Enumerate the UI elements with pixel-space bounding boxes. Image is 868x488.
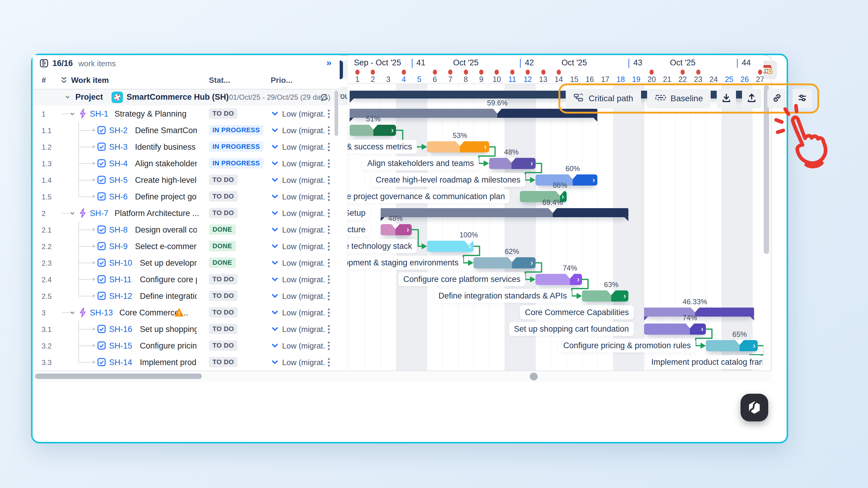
issue-key[interactable]: SH-13 xyxy=(90,308,113,318)
table-row-sh-2[interactable]: 1.1SH-2Define SmartCom...IN PROGRESSLow … xyxy=(33,122,340,139)
column-header-priority[interactable]: Prio... xyxy=(271,76,292,85)
row-menu-icon[interactable] xyxy=(327,142,331,153)
issue-key[interactable]: SH-7 xyxy=(90,209,108,218)
priority-chevron-icon[interactable] xyxy=(271,275,279,285)
issue-key[interactable]: SH-15 xyxy=(109,341,132,351)
row-menu-icon[interactable] xyxy=(327,241,331,253)
collapse-panel-icon[interactable]: » xyxy=(327,58,332,68)
table-row-sh-6[interactable]: 1.5SH-6Define project gov...TO DOLow (mi… xyxy=(33,188,340,205)
issue-key[interactable]: SH-4 xyxy=(109,159,128,168)
row-menu-icon[interactable] xyxy=(327,341,331,352)
row-menu-icon[interactable] xyxy=(327,225,331,236)
gantt-bar-sh-7[interactable] xyxy=(381,208,628,217)
share-link-button[interactable] xyxy=(767,89,786,108)
project-collapse-icon[interactable] xyxy=(64,93,71,102)
gantt-bar-sh-16[interactable]: › xyxy=(644,324,706,335)
issue-key[interactable]: SH-10 xyxy=(109,258,132,268)
row-menu-icon[interactable] xyxy=(327,274,331,286)
import-button[interactable] xyxy=(742,89,761,108)
row-collapse-icon[interactable] xyxy=(69,210,76,218)
issue-key[interactable]: SH-11 xyxy=(109,275,132,284)
row-menu-icon[interactable] xyxy=(327,109,331,120)
table-row-sh-15[interactable]: 3.2SH-15Configure pricing ...TO DOLow (m… xyxy=(33,337,340,354)
priority-chevron-icon[interactable] xyxy=(271,209,279,218)
row-menu-icon[interactable] xyxy=(327,258,331,269)
priority-chevron-icon[interactable] xyxy=(271,242,279,252)
table-row-sh-7[interactable]: 2SH-7Platform Architecture ...TO DOLow (… xyxy=(33,205,340,222)
priority-chevron-icon[interactable] xyxy=(271,258,279,268)
row-menu-icon[interactable] xyxy=(327,324,331,335)
priority-chevron-icon[interactable] xyxy=(271,142,279,152)
table-row-sh-12[interactable]: 2.5SH-12Define integration ...TO DOLow (… xyxy=(33,288,340,304)
row-collapse-icon[interactable] xyxy=(69,309,76,318)
priority-chevron-icon[interactable] xyxy=(271,292,279,301)
issue-key[interactable]: SH-3 xyxy=(109,142,128,152)
gantt-bar-sh-15[interactable]: › xyxy=(706,340,758,351)
bar-drag-handle[interactable]: › xyxy=(407,225,409,234)
table-row-sh-11[interactable]: 2.4SH-11Configure core pla...TO DOLow (m… xyxy=(33,271,340,288)
table-row-sh-16[interactable]: 3.1SH-16Set up shopping c...TO DOLow (mi… xyxy=(33,321,340,338)
priority-chevron-icon[interactable] xyxy=(271,192,279,202)
issue-key[interactable]: SH-8 xyxy=(109,225,128,235)
row-menu-icon[interactable] xyxy=(327,175,331,187)
bar-drag-handle[interactable]: › xyxy=(484,142,487,152)
column-header-workitem[interactable]: Work item xyxy=(71,76,109,85)
issue-key[interactable]: SH-12 xyxy=(109,292,132,301)
issue-key[interactable]: SH-16 xyxy=(109,325,132,334)
table-row-sh-9[interactable]: 2.2SH-9Select e-commerc...DONELow (migra… xyxy=(33,238,340,255)
column-header-status[interactable]: Stat... xyxy=(209,76,230,85)
table-row-sh-4[interactable]: 1.3SH-4Align stakeholders ...IN PROGRESS… xyxy=(33,155,340,172)
priority-chevron-icon[interactable] xyxy=(271,109,279,119)
priority-chevron-icon[interactable] xyxy=(271,341,279,351)
issue-key[interactable]: SH-5 xyxy=(109,175,128,185)
table-row-sh-13[interactable]: 3SH-13Core Commerce ...TO DOLow (migrat.… xyxy=(33,304,340,321)
row-collapse-icon[interactable] xyxy=(69,110,76,119)
issue-key[interactable]: SH-9 xyxy=(109,242,128,251)
row-menu-icon[interactable] xyxy=(327,125,331,137)
project-sync-icon[interactable] xyxy=(319,93,329,103)
table-row-sh-10[interactable]: 2.3SH-10Set up developme...DONELow (migr… xyxy=(33,255,340,271)
gantt-bar-sh-12[interactable]: › xyxy=(582,290,628,301)
row-menu-icon[interactable] xyxy=(327,291,331,302)
priority-chevron-icon[interactable] xyxy=(271,225,279,235)
bar-drag-handle[interactable]: › xyxy=(530,258,533,267)
issue-key[interactable]: SH-14 xyxy=(109,358,132,367)
assistant-button[interactable] xyxy=(741,394,768,421)
display-settings-button[interactable] xyxy=(793,89,812,108)
row-menu-icon[interactable] xyxy=(327,158,331,170)
bar-drag-handle[interactable]: › xyxy=(624,291,626,301)
gantt-bar-sh-11[interactable]: › xyxy=(535,274,582,285)
priority-chevron-icon[interactable] xyxy=(271,325,279,334)
export-button[interactable] xyxy=(717,89,736,108)
priority-chevron-icon[interactable] xyxy=(271,126,279,135)
table-row-sh-5[interactable]: 1.4SH-5Create high-level r...TO DOLow (m… xyxy=(33,172,340,189)
table-vertical-scrollbar[interactable] xyxy=(335,91,338,136)
table-horizontal-scrollbar[interactable] xyxy=(35,373,202,379)
row-menu-icon[interactable] xyxy=(327,192,331,203)
critical-path-button[interactable]: Critical path xyxy=(566,89,641,108)
table-row-sh-8[interactable]: 2.1SH-8Design overall com...DONELow (mig… xyxy=(33,221,340,238)
table-row-sh-14[interactable]: 3.3SH-14Implement produc...TO DOLow (mig… xyxy=(33,354,340,371)
priority-chevron-icon[interactable] xyxy=(271,308,279,318)
column-header-num[interactable]: # xyxy=(41,76,46,85)
issue-key[interactable]: SH-2 xyxy=(109,126,128,135)
table-row-sh-1[interactable]: 1SH-1Strategy & PlanningTO DOLow (migrat… xyxy=(33,105,340,122)
bar-drag-handle[interactable]: › xyxy=(530,159,533,168)
row-menu-icon[interactable] xyxy=(327,208,331,220)
gantt-bar-sh-10[interactable]: › xyxy=(473,257,535,268)
issue-key[interactable]: SH-6 xyxy=(109,192,128,201)
chart-horizontal-scrollbar[interactable] xyxy=(530,372,538,381)
row-menu-icon[interactable] xyxy=(327,307,331,319)
priority-chevron-icon[interactable] xyxy=(271,159,279,169)
bar-drag-handle[interactable]: › xyxy=(753,341,755,350)
row-menu-icon[interactable] xyxy=(327,357,331,369)
issue-key[interactable]: SH-1 xyxy=(90,109,108,119)
bar-drag-handle[interactable]: › xyxy=(391,126,394,135)
sort-icon[interactable] xyxy=(60,76,67,86)
priority-chevron-icon[interactable] xyxy=(271,175,279,185)
bar-drag-handle[interactable]: › xyxy=(592,175,595,185)
bar-drag-handle[interactable]: › xyxy=(577,275,580,284)
bar-drag-handle[interactable]: › xyxy=(701,324,704,334)
project-row[interactable]: ProjectSmartCommerce Hub (SH)01/Oct/25 -… xyxy=(33,89,340,106)
table-row-sh-3[interactable]: 1.2SH-3Identify business r...IN PROGRESS… xyxy=(33,138,340,156)
